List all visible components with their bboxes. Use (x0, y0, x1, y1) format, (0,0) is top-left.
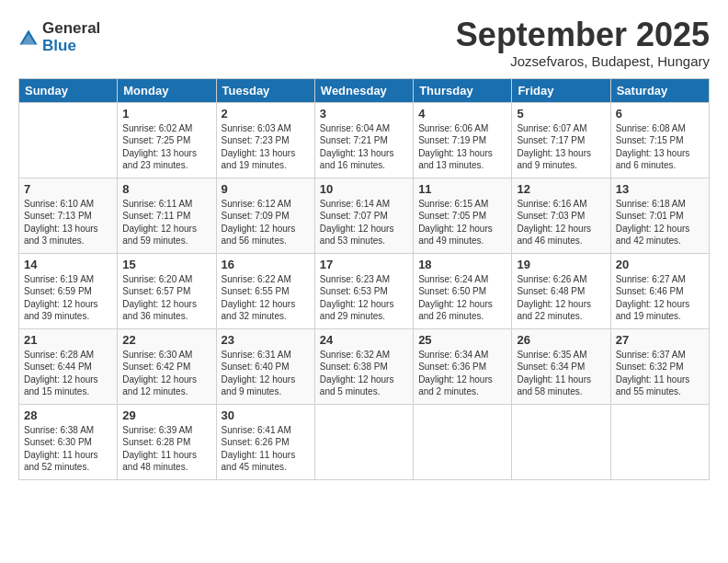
col-thursday: Thursday (414, 78, 512, 102)
cell-data: Sunrise: 6:22 AMSunset: 6:55 PMDaylight:… (222, 273, 310, 323)
day-number: 23 (222, 333, 310, 347)
cell-data: Sunrise: 6:07 AMSunset: 7:17 PMDaylight:… (517, 122, 605, 172)
cell-data: Sunrise: 6:12 AMSunset: 7:09 PMDaylight:… (222, 198, 310, 247)
day-number: 4 (418, 107, 506, 121)
cell-data: Sunrise: 6:37 AMSunset: 6:32 PMDaylight:… (616, 349, 704, 398)
logo-text: General Blue (42, 20, 100, 54)
cell-data: Sunrise: 6:35 AMSunset: 6:34 PMDaylight:… (517, 349, 605, 398)
calendar-cell: 3Sunrise: 6:04 AMSunset: 7:21 PMDaylight… (314, 102, 413, 178)
calendar-cell: 8Sunrise: 6:11 AMSunset: 7:11 PMDaylight… (118, 178, 216, 253)
cell-data: Sunrise: 6:11 AMSunset: 7:11 PMDaylight:… (122, 198, 210, 247)
day-number: 1 (122, 107, 210, 121)
cell-data: Sunrise: 6:19 AMSunset: 6:59 PMDaylight:… (24, 273, 112, 323)
day-number: 7 (24, 182, 112, 196)
day-number: 17 (320, 258, 408, 271)
day-number: 18 (418, 258, 506, 271)
col-sunday: Sunday (19, 78, 118, 102)
day-number: 24 (320, 333, 408, 347)
calendar-cell: 23Sunrise: 6:31 AMSunset: 6:40 PMDayligh… (216, 328, 314, 404)
day-number: 3 (320, 107, 408, 121)
week-row-0: 1Sunrise: 6:02 AMSunset: 7:25 PMDaylight… (19, 102, 710, 178)
day-number: 26 (517, 333, 605, 347)
calendar-cell: 7Sunrise: 6:10 AMSunset: 7:13 PMDaylight… (19, 178, 118, 253)
day-number: 16 (222, 258, 310, 271)
cell-data: Sunrise: 6:28 AMSunset: 6:44 PMDaylight:… (24, 349, 112, 398)
calendar-cell (314, 404, 413, 479)
calendar-cell: 5Sunrise: 6:07 AMSunset: 7:17 PMDaylight… (512, 102, 610, 178)
title-block: September 2025 Jozsefvaros, Budapest, Hu… (456, 17, 710, 69)
logo-icon (18, 29, 39, 49)
col-monday: Monday (118, 78, 216, 102)
calendar-cell: 13Sunrise: 6:18 AMSunset: 7:01 PMDayligh… (610, 178, 709, 253)
day-number: 10 (320, 182, 408, 196)
calendar-page: General Blue September 2025 Jozsefvaros,… (0, 0, 728, 563)
day-number: 9 (222, 182, 310, 196)
day-number: 11 (418, 182, 506, 196)
cell-data: Sunrise: 6:02 AMSunset: 7:25 PMDaylight:… (122, 122, 210, 172)
logo-general: General (42, 20, 100, 38)
day-number: 12 (517, 182, 605, 196)
col-wednesday: Wednesday (314, 78, 413, 102)
day-number: 20 (616, 258, 704, 271)
calendar-cell: 24Sunrise: 6:32 AMSunset: 6:38 PMDayligh… (314, 328, 413, 404)
cell-data: Sunrise: 6:38 AMSunset: 6:30 PMDaylight:… (24, 424, 112, 474)
cell-data: Sunrise: 6:06 AMSunset: 7:19 PMDaylight:… (418, 122, 506, 172)
cell-data: Sunrise: 6:27 AMSunset: 6:46 PMDaylight:… (616, 273, 704, 323)
cell-data: Sunrise: 6:39 AMSunset: 6:28 PMDaylight:… (122, 424, 210, 474)
calendar-cell: 19Sunrise: 6:26 AMSunset: 6:48 PMDayligh… (512, 253, 610, 328)
calendar-cell: 28Sunrise: 6:38 AMSunset: 6:30 PMDayligh… (19, 404, 118, 479)
cell-data: Sunrise: 6:24 AMSunset: 6:50 PMDaylight:… (418, 273, 506, 323)
cell-data: Sunrise: 6:23 AMSunset: 6:53 PMDaylight:… (320, 273, 408, 323)
day-number: 21 (24, 333, 112, 347)
calendar-cell: 9Sunrise: 6:12 AMSunset: 7:09 PMDaylight… (216, 178, 314, 253)
day-number: 13 (616, 182, 704, 196)
day-number: 28 (24, 408, 112, 422)
cell-data: Sunrise: 6:31 AMSunset: 6:40 PMDaylight:… (222, 349, 310, 398)
cell-data: Sunrise: 6:41 AMSunset: 6:26 PMDaylight:… (222, 424, 310, 474)
cell-data: Sunrise: 6:32 AMSunset: 6:38 PMDaylight:… (320, 349, 408, 398)
calendar-cell: 10Sunrise: 6:14 AMSunset: 7:07 PMDayligh… (314, 178, 413, 253)
day-number: 29 (122, 408, 210, 422)
header: General Blue September 2025 Jozsefvaros,… (18, 17, 710, 69)
location: Jozsefvaros, Budapest, Hungary (456, 53, 710, 69)
calendar-cell: 20Sunrise: 6:27 AMSunset: 6:46 PMDayligh… (610, 253, 709, 328)
day-number: 30 (222, 408, 310, 422)
calendar-cell: 15Sunrise: 6:20 AMSunset: 6:57 PMDayligh… (118, 253, 216, 328)
calendar-cell: 21Sunrise: 6:28 AMSunset: 6:44 PMDayligh… (19, 328, 118, 404)
col-saturday: Saturday (610, 78, 709, 102)
calendar-cell: 18Sunrise: 6:24 AMSunset: 6:50 PMDayligh… (414, 253, 512, 328)
day-number: 5 (517, 107, 605, 121)
cell-data: Sunrise: 6:03 AMSunset: 7:23 PMDaylight:… (222, 122, 310, 172)
calendar-cell: 17Sunrise: 6:23 AMSunset: 6:53 PMDayligh… (314, 253, 413, 328)
calendar-cell: 29Sunrise: 6:39 AMSunset: 6:28 PMDayligh… (118, 404, 216, 479)
day-number: 25 (418, 333, 506, 347)
calendar-cell: 2Sunrise: 6:03 AMSunset: 7:23 PMDaylight… (216, 102, 314, 178)
col-friday: Friday (512, 78, 610, 102)
calendar-cell: 30Sunrise: 6:41 AMSunset: 6:26 PMDayligh… (216, 404, 314, 479)
calendar-cell: 4Sunrise: 6:06 AMSunset: 7:19 PMDaylight… (414, 102, 512, 178)
calendar-cell: 22Sunrise: 6:30 AMSunset: 6:42 PMDayligh… (118, 328, 216, 404)
calendar-cell: 1Sunrise: 6:02 AMSunset: 7:25 PMDaylight… (118, 102, 216, 178)
cell-data: Sunrise: 6:04 AMSunset: 7:21 PMDaylight:… (320, 122, 408, 172)
day-number: 2 (222, 107, 310, 121)
month-title: September 2025 (456, 17, 710, 53)
calendar-cell: 25Sunrise: 6:34 AMSunset: 6:36 PMDayligh… (414, 328, 512, 404)
calendar-cell: 11Sunrise: 6:15 AMSunset: 7:05 PMDayligh… (414, 178, 512, 253)
week-row-4: 28Sunrise: 6:38 AMSunset: 6:30 PMDayligh… (19, 404, 710, 479)
cell-data: Sunrise: 6:26 AMSunset: 6:48 PMDaylight:… (517, 273, 605, 323)
day-number: 19 (517, 258, 605, 271)
calendar-cell (19, 102, 118, 178)
cell-data: Sunrise: 6:18 AMSunset: 7:01 PMDaylight:… (616, 198, 704, 247)
col-tuesday: Tuesday (216, 78, 314, 102)
calendar-cell (414, 404, 512, 479)
calendar-cell: 12Sunrise: 6:16 AMSunset: 7:03 PMDayligh… (512, 178, 610, 253)
calendar-cell: 6Sunrise: 6:08 AMSunset: 7:15 PMDaylight… (610, 102, 709, 178)
week-row-3: 21Sunrise: 6:28 AMSunset: 6:44 PMDayligh… (19, 328, 710, 404)
cell-data: Sunrise: 6:10 AMSunset: 7:13 PMDaylight:… (24, 198, 112, 247)
cell-data: Sunrise: 6:15 AMSunset: 7:05 PMDaylight:… (418, 198, 506, 247)
cell-data: Sunrise: 6:14 AMSunset: 7:07 PMDaylight:… (320, 198, 408, 247)
header-row: Sunday Monday Tuesday Wednesday Thursday… (19, 78, 710, 102)
calendar-cell: 27Sunrise: 6:37 AMSunset: 6:32 PMDayligh… (610, 328, 709, 404)
week-row-2: 14Sunrise: 6:19 AMSunset: 6:59 PMDayligh… (19, 253, 710, 328)
cell-data: Sunrise: 6:08 AMSunset: 7:15 PMDaylight:… (616, 122, 704, 172)
